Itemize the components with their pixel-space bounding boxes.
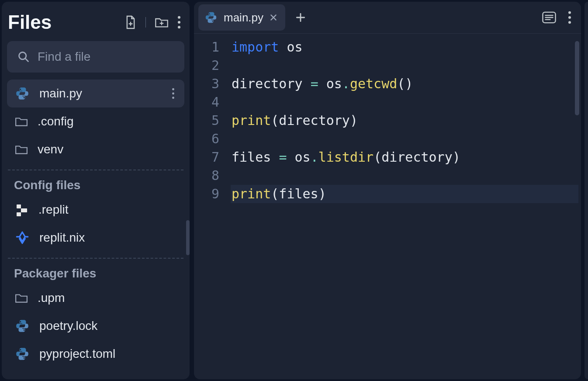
editor-more-icon[interactable] [568, 11, 571, 24]
folder-icon [15, 116, 28, 127]
tabbar-right [542, 11, 577, 24]
line-number: 1 [194, 38, 219, 56]
file-label: .upm [38, 291, 180, 305]
code-editor[interactable]: 1 2 3 4 5 6 7 8 9 import os directory = … [194, 34, 581, 379]
svg-point-20 [568, 16, 571, 19]
line-number: 3 [194, 75, 219, 93]
sidebar-scroll: main.py .config venv Config files .repli… [2, 80, 190, 379]
search-icon [17, 51, 30, 63]
svg-point-6 [172, 88, 174, 90]
svg-point-14 [20, 349, 21, 350]
file-label: .config [38, 114, 180, 128]
file-label: poetry.lock [39, 319, 180, 333]
svg-point-15 [24, 357, 25, 359]
new-folder-icon[interactable] [155, 16, 169, 28]
code-line[interactable]: import os [231, 38, 578, 56]
line-number: 5 [194, 111, 219, 130]
svg-point-7 [172, 93, 174, 95]
replit-icon [15, 203, 29, 217]
file-label: main.py [39, 87, 162, 100]
section-label-packager: Packager files [2, 261, 190, 284]
new-tab-icon[interactable] [291, 12, 310, 23]
svg-point-5 [24, 97, 25, 98]
tab-main-py[interactable]: main.py [198, 4, 285, 31]
file-search-input[interactable] [38, 50, 194, 64]
svg-point-17 [212, 21, 213, 22]
file-label: pyproject.toml [39, 347, 180, 361]
file-search[interactable] [7, 41, 184, 73]
file-row-replit[interactable]: .replit [2, 196, 190, 224]
file-row-venv[interactable]: venv [2, 135, 190, 163]
svg-point-1 [178, 21, 180, 24]
file-row-upm[interactable]: .upm [2, 284, 190, 312]
file-row-pyproject[interactable]: pyproject.toml [2, 340, 190, 368]
code-lines: import os directory = os.getcwd() print(… [231, 38, 581, 379]
new-file-icon[interactable] [125, 15, 137, 30]
editor-scrollbar[interactable] [575, 41, 579, 115]
svg-point-16 [209, 13, 210, 14]
file-more-icon[interactable] [172, 88, 175, 99]
format-icon[interactable] [542, 11, 557, 24]
code-line[interactable] [231, 56, 578, 75]
code-line[interactable] [231, 130, 578, 148]
python-icon [15, 319, 30, 333]
file-row-poetry-lock[interactable]: poetry.lock [2, 312, 190, 340]
line-number: 7 [194, 148, 219, 166]
folder-icon [15, 292, 28, 304]
svg-point-2 [178, 26, 180, 28]
tab-title: main.py [224, 11, 263, 24]
python-icon [15, 346, 30, 361]
svg-rect-10 [21, 208, 27, 212]
nix-icon [15, 230, 30, 245]
files-sidebar: Files main.py [2, 2, 190, 379]
svg-rect-9 [17, 204, 21, 208]
code-line[interactable] [231, 166, 578, 185]
svg-point-21 [568, 21, 571, 24]
python-icon [15, 86, 30, 101]
line-gutter: 1 2 3 4 5 6 7 8 9 [194, 38, 231, 379]
header-divider [145, 17, 146, 28]
svg-point-8 [172, 97, 174, 99]
file-label: .replit [38, 203, 180, 217]
code-line[interactable]: files = os.listdir(directory) [231, 148, 578, 166]
line-number: 9 [194, 185, 219, 203]
svg-point-19 [568, 11, 571, 14]
svg-point-13 [24, 329, 25, 331]
svg-rect-11 [17, 212, 21, 216]
line-number: 2 [194, 56, 219, 75]
svg-point-4 [20, 89, 21, 90]
code-line[interactable]: print(directory) [231, 111, 578, 130]
sidebar-scrollbar[interactable] [186, 220, 190, 255]
close-tab-icon[interactable] [270, 14, 277, 21]
file-label: venv [38, 142, 180, 156]
folder-icon [15, 144, 28, 155]
file-label: replit.nix [39, 231, 180, 245]
file-row-main-py[interactable]: main.py [7, 80, 184, 107]
right-panel-edge[interactable] [585, 2, 588, 379]
svg-point-12 [20, 321, 21, 322]
tabbar: main.py [194, 2, 581, 34]
section-label-config: Config files [2, 173, 190, 196]
file-row-config[interactable]: .config [2, 107, 190, 135]
line-number: 4 [194, 93, 219, 111]
section-divider [8, 258, 183, 259]
sidebar-header: Files [2, 7, 190, 39]
sidebar-title: Files [8, 11, 52, 33]
file-row-replit-nix[interactable]: replit.nix [2, 224, 190, 252]
python-icon [204, 11, 218, 24]
line-number: 8 [194, 166, 219, 185]
sidebar-header-actions [125, 15, 181, 30]
code-line[interactable] [231, 93, 578, 111]
code-line[interactable]: directory = os.getcwd() [231, 75, 578, 93]
section-divider [8, 170, 183, 170]
code-line[interactable]: print(files) [231, 185, 578, 203]
line-number: 6 [194, 130, 219, 148]
editor-pane: main.py 1 2 3 4 5 6 7 8 9 [194, 2, 581, 379]
sidebar-more-icon[interactable] [177, 16, 181, 29]
svg-point-0 [178, 16, 180, 19]
